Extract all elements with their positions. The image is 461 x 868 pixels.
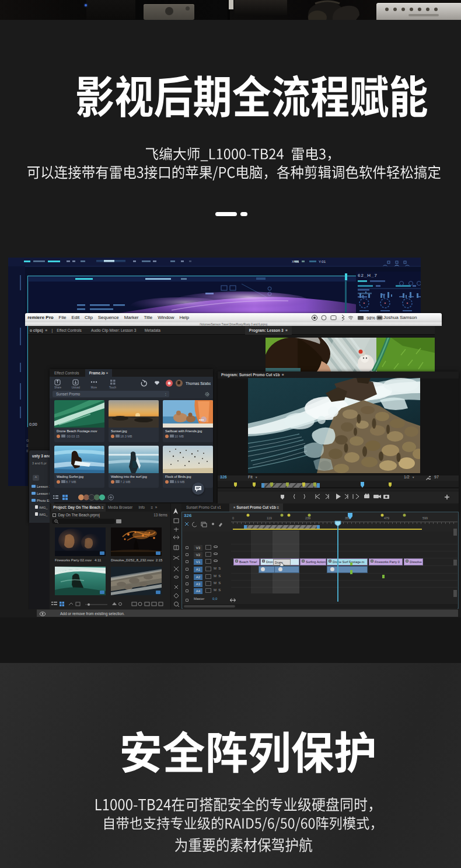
svg-text:Thomas Szabo: Thomas Szabo: [186, 381, 211, 386]
svg-text:X:01: X:01: [292, 260, 299, 263]
svg-text:Y:01: Y:01: [319, 260, 326, 263]
svg-text:More: More: [91, 386, 97, 388]
svg-text:Share: Share: [54, 386, 61, 388]
svg-text:•••: •••: [199, 417, 204, 422]
svg-text:Upload: Upload: [72, 386, 81, 388]
svg-text:98%: 98%: [366, 315, 375, 321]
svg-text:Touch: Touch: [109, 386, 117, 388]
svg-text:62_H_7: 62_H_7: [358, 273, 378, 278]
